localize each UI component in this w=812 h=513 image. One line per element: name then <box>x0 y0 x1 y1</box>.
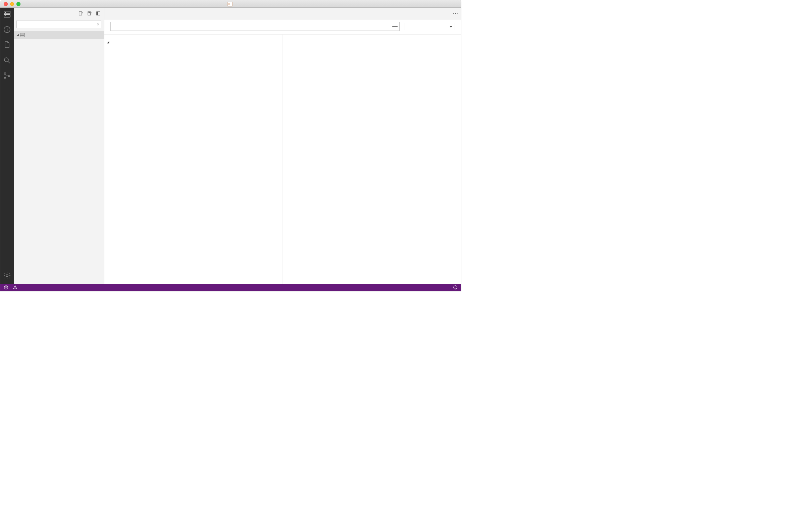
svg-point-6 <box>4 73 6 75</box>
svg-point-19 <box>455 287 455 287</box>
window-minimize-button[interactable] <box>10 2 14 6</box>
new-connection-icon[interactable] <box>79 11 83 17</box>
svg-rect-11 <box>88 11 91 15</box>
svg-rect-10 <box>79 11 82 15</box>
toggle-view-icon[interactable] <box>96 11 101 17</box>
svg-rect-16 <box>20 35 25 37</box>
server-tree-root[interactable]: ◢ <box>14 31 104 39</box>
svg-point-18 <box>454 286 457 289</box>
settings-match-badge <box>392 26 398 27</box>
editor-tabs: ··· <box>104 8 461 20</box>
editor-more-icon[interactable]: ··· <box>453 10 458 17</box>
window-zoom-button[interactable] <box>17 2 21 6</box>
default-settings-heading <box>104 34 283 38</box>
clear-search-icon[interactable]: × <box>97 22 99 27</box>
new-group-icon[interactable] <box>87 11 92 17</box>
svg-point-3 <box>5 16 6 16</box>
status-feedback-icon[interactable] <box>453 285 458 290</box>
status-bar <box>0 284 461 291</box>
servers-activity-icon[interactable] <box>3 10 11 18</box>
settings-scope-select[interactable] <box>405 23 455 30</box>
svg-rect-14 <box>97 11 98 15</box>
server-search-input[interactable] <box>17 20 102 28</box>
svg-point-5 <box>4 58 8 62</box>
user-settings-pane <box>283 34 461 284</box>
window-close-button[interactable] <box>4 2 8 6</box>
history-activity-icon[interactable] <box>3 26 11 33</box>
svg-point-7 <box>4 78 6 79</box>
titlebar <box>0 0 461 8</box>
files-activity-icon[interactable] <box>3 41 11 49</box>
status-warnings[interactable] <box>13 285 19 290</box>
search-activity-icon[interactable] <box>3 56 11 64</box>
svg-point-2 <box>5 12 6 13</box>
svg-point-8 <box>8 75 10 77</box>
source-control-activity-icon[interactable] <box>3 72 11 80</box>
svg-rect-1 <box>4 15 10 17</box>
settings-search-input[interactable] <box>110 22 400 31</box>
activity-bar <box>0 8 14 284</box>
status-errors[interactable] <box>4 285 9 290</box>
svg-rect-0 <box>4 11 10 14</box>
svg-rect-15 <box>20 33 25 34</box>
svg-rect-12 <box>89 12 90 13</box>
default-settings-code[interactable] <box>104 44 283 284</box>
user-settings-code[interactable] <box>283 34 461 284</box>
settings-section[interactable]: ◢ <box>104 38 283 44</box>
svg-point-20 <box>456 287 456 287</box>
svg-point-9 <box>6 275 8 277</box>
servers-sidebar: × ◢ <box>14 8 104 284</box>
default-settings-pane: ◢ <box>104 34 283 284</box>
file-type-icon <box>228 2 232 6</box>
settings-gear-icon[interactable] <box>3 272 11 280</box>
